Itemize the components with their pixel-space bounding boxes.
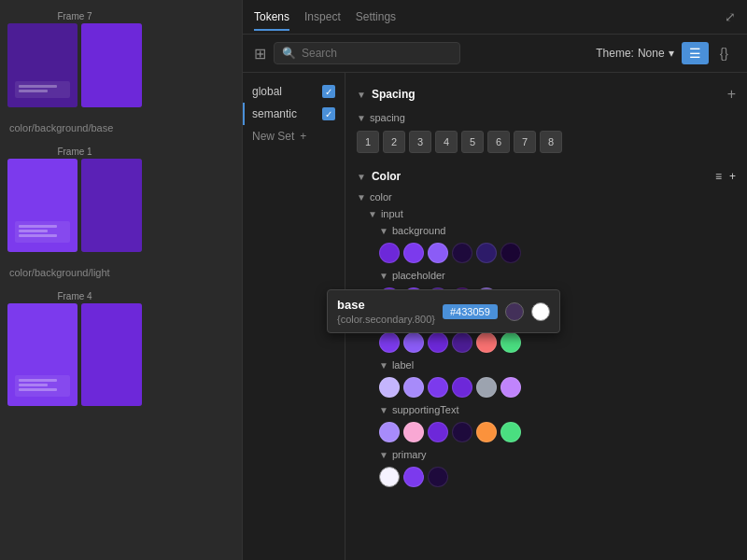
tab-inspect[interactable]: Inspect: [304, 5, 341, 31]
frame-thumb-6[interactable]: [81, 303, 142, 406]
bd-swatch-4[interactable]: [452, 332, 472, 353]
frame-thumb-inner-6: [81, 303, 142, 406]
line-3c: [19, 234, 57, 237]
canvas-label-2: color/background/light: [7, 263, 234, 280]
view-toggle: ☰ {}: [682, 42, 736, 64]
line-3a: [19, 225, 57, 228]
input-group-label: input: [381, 208, 403, 219]
set-global-label: global: [252, 85, 282, 98]
set-semantic-checkbox[interactable]: ✓: [322, 107, 335, 120]
set-global-checkbox[interactable]: ✓: [322, 85, 335, 98]
label-group-header[interactable]: ▼ label: [379, 357, 736, 373]
bd-swatch-1[interactable]: [379, 332, 400, 353]
bd-swatch-2[interactable]: [403, 332, 424, 353]
lbl-swatch-2[interactable]: [403, 377, 424, 398]
color-section-actions: ≡ +: [715, 170, 736, 183]
list-view-button[interactable]: ☰: [682, 42, 709, 64]
sidebar-toggle-icon[interactable]: ⊞: [254, 45, 266, 63]
bg-swatch-2[interactable]: [403, 243, 424, 263]
color-section-header[interactable]: ▼ Color ≡ +: [345, 164, 747, 189]
background-group-header[interactable]: ▼ background: [379, 222, 736, 239]
spacing-token-4[interactable]: 4: [435, 131, 458, 153]
bg-swatch-6[interactable]: [500, 243, 521, 263]
set-item-global[interactable]: global ✓: [243, 80, 345, 103]
lbl-swatch-4[interactable]: [452, 377, 472, 398]
lbl-swatch-1[interactable]: [379, 377, 400, 398]
color-add-button[interactable]: +: [729, 170, 736, 183]
search-input[interactable]: [302, 47, 452, 60]
json-view-button[interactable]: {}: [712, 42, 736, 64]
frame-thumb-3[interactable]: [7, 159, 78, 252]
pr-swatch-2[interactable]: [403, 467, 424, 487]
color-list-icon[interactable]: ≡: [715, 170, 722, 183]
expand-icon[interactable]: ⤢: [725, 9, 736, 24]
lbl-swatch-3[interactable]: [428, 377, 448, 398]
tooltip-swatch-1[interactable]: [505, 302, 524, 321]
st-swatch-4[interactable]: [452, 422, 472, 442]
st-swatch-2[interactable]: [403, 422, 424, 442]
spacing-token-1[interactable]: 1: [357, 131, 379, 153]
spacing-token-8[interactable]: 8: [540, 131, 562, 153]
input-group-header[interactable]: ▼ input: [368, 205, 736, 222]
frame-label-1: Frame 1: [7, 147, 142, 157]
tooltip-hash-button[interactable]: #433059: [443, 304, 498, 319]
label-swatches: [379, 373, 736, 401]
new-set-row[interactable]: New Set +: [243, 125, 345, 147]
search-box: 🔍: [274, 42, 460, 64]
tab-bar: Tokens Inspect Settings ⤢: [243, 0, 747, 35]
spacing-subsection-header[interactable]: ▼ spacing: [357, 108, 736, 127]
frame-thumb-inner-5: [7, 303, 78, 406]
supportingtext-group-header[interactable]: ▼ supportingText: [379, 401, 736, 418]
spacing-token-7[interactable]: 7: [514, 131, 536, 153]
spacing-token-2[interactable]: 2: [383, 131, 405, 153]
new-set-add-icon[interactable]: +: [300, 130, 306, 143]
frame-label-7: Frame 7: [7, 11, 142, 21]
bg-swatch-5[interactable]: [476, 243, 497, 263]
set-semantic-label: semantic: [252, 107, 297, 120]
lbl-swatch-6[interactable]: [500, 377, 521, 398]
placeholder-group-header[interactable]: ▼ placeholder: [379, 267, 736, 284]
frame-thumb-5[interactable]: [7, 303, 78, 406]
theme-selector[interactable]: Theme: None ▾: [596, 47, 673, 60]
color-title: ▼ Color: [357, 170, 401, 183]
spacing-token-3[interactable]: 3: [409, 131, 431, 153]
spacing-token-6[interactable]: 6: [487, 131, 510, 153]
frame-thumb-inner-1: [7, 23, 78, 107]
spacing-tokens-row: 1 2 3 4 5 6 7 8: [357, 127, 736, 161]
frame-thumb-4[interactable]: [81, 159, 142, 252]
st-swatch-5[interactable]: [476, 422, 497, 442]
primary-swatches: [379, 463, 736, 491]
frame-mockup-5: [15, 375, 70, 397]
bg-swatch-3[interactable]: [428, 243, 448, 263]
lbl-swatch-5[interactable]: [476, 377, 497, 398]
bg-swatch-1[interactable]: [379, 243, 400, 263]
tab-settings[interactable]: Settings: [356, 5, 396, 31]
st-swatch-6[interactable]: [500, 422, 521, 442]
set-item-semantic[interactable]: semantic ✓: [243, 103, 345, 125]
tab-tokens[interactable]: Tokens: [254, 5, 289, 31]
bg-swatch-4[interactable]: [452, 243, 472, 263]
pr-swatch-3[interactable]: [428, 467, 448, 487]
supportingtext-arrow: ▼: [379, 405, 388, 415]
label-group-label: label: [392, 359, 414, 371]
st-swatch-1[interactable]: [379, 422, 400, 442]
bd-swatch-6[interactable]: [500, 332, 521, 353]
frame-thumb-1[interactable]: [7, 23, 78, 107]
spacing-section-header[interactable]: ▼ Spacing +: [345, 80, 747, 108]
line-3b: [19, 230, 48, 232]
spacing-add-button[interactable]: +: [727, 86, 736, 103]
frame-thumb-2[interactable]: [81, 23, 142, 107]
pr-swatch-1[interactable]: [379, 467, 400, 487]
tooltip-content: base {color.secondary.800}: [337, 298, 435, 325]
primary-group-header[interactable]: ▼ primary: [379, 446, 736, 463]
spacing-title-text: Spacing: [372, 88, 416, 101]
spacing-arrow-icon: ▼: [357, 90, 366, 100]
st-swatch-3[interactable]: [428, 422, 448, 442]
color-group-header[interactable]: ▼ color: [357, 189, 736, 205]
top-frames-row: Frame 7: [7, 7, 234, 111]
spacing-token-5[interactable]: 5: [461, 131, 484, 153]
bd-swatch-3[interactable]: [428, 332, 448, 353]
supportingtext-group-label: supportingText: [392, 404, 459, 415]
tooltip-swatch-2[interactable]: [531, 302, 550, 321]
bd-swatch-5[interactable]: [476, 332, 497, 353]
